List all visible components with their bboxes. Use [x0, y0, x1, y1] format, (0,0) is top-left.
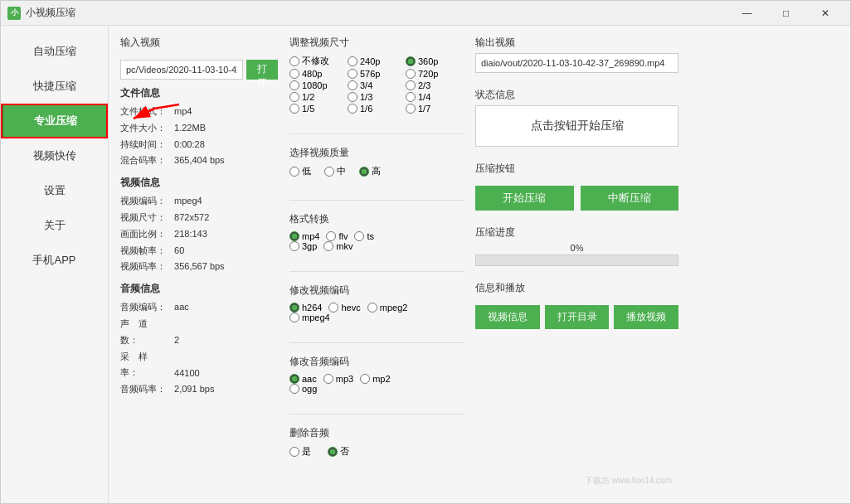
sidebar-item-settings[interactable]: 设置: [1, 173, 108, 208]
input-video-path[interactable]: [120, 60, 243, 80]
file-size-key: 文件大小：: [120, 120, 172, 137]
stop-compress-button[interactable]: 中断压缩: [581, 186, 679, 211]
size-option-360p[interactable]: 360p: [406, 55, 464, 67]
progress-percent: 0%: [475, 243, 678, 253]
video-info-button[interactable]: 视频信息: [475, 305, 540, 329]
output-video-section: 输出视频: [475, 36, 678, 73]
output-video-label: 输出视频: [475, 36, 678, 50]
format-flv[interactable]: flv: [326, 231, 348, 241]
format-ts[interactable]: ts: [354, 231, 374, 241]
audio-samplerate-key: 采 样 率：: [120, 349, 172, 382]
delete-audio-yes[interactable]: 是: [289, 445, 311, 458]
main-window: 小 小视频压缩 — □ ✕ 自动压缩 快捷压缩 专业压缩 视频快传 设置 关于 …: [0, 0, 851, 504]
video-fps-key: 视频帧率：: [120, 243, 172, 259]
app-icon: 小: [7, 7, 21, 20]
delete-audio-section: 删除音频 是 否: [289, 426, 464, 458]
file-info-label: 文件信息: [120, 86, 278, 100]
audio-samplerate-row: 采 样 率： 44100: [120, 349, 278, 382]
audio-codec-section-label: 修改音频编码: [289, 355, 464, 369]
delete-audio-label: 删除音频: [289, 426, 464, 440]
format-options-row2: 3gp mkv: [289, 241, 464, 251]
video-quality-options: 低 中 高: [289, 165, 464, 177]
close-button[interactable]: ✕: [806, 5, 844, 22]
file-format-key: 文件格式：: [120, 104, 172, 120]
size-option-480p[interactable]: 480p: [289, 69, 348, 79]
video-vbitrate-row: 视频码率： 356,567 bps: [120, 259, 278, 275]
size-option-240p[interactable]: 240p: [348, 55, 406, 67]
sidebar-item-quick[interactable]: 快捷压缩: [1, 69, 108, 104]
progress-bar-bg: [475, 254, 678, 266]
size-option-1-6[interactable]: 1/6: [348, 104, 406, 114]
acodec-aac[interactable]: aac: [289, 374, 317, 384]
size-option-576p[interactable]: 576p: [348, 69, 406, 79]
format-mp4[interactable]: mp4: [289, 231, 319, 241]
sidebar-item-auto[interactable]: 自动压缩: [1, 34, 108, 69]
file-size-row: 文件大小： 1.22MB: [120, 120, 278, 137]
audio-samplerate-value: 44100: [174, 367, 200, 377]
output-video-path[interactable]: [475, 53, 678, 73]
sidebar: 自动压缩 快捷压缩 专业压缩 视频快传 设置 关于 手机APP: [1, 26, 109, 503]
file-bitrate-value: 365,404 bps: [174, 155, 225, 165]
compress-buttons: 开始压缩 中断压缩: [475, 186, 678, 211]
size-option-1080p[interactable]: 1080p: [289, 80, 348, 90]
video-resolution-key: 视频尺寸：: [120, 210, 172, 226]
vcodec-mpeg4[interactable]: mpeg4: [289, 313, 330, 322]
size-option-1-5[interactable]: 1/5: [289, 104, 348, 114]
video-resolution-value: 872x572: [174, 212, 209, 222]
video-ratio-key: 画面比例：: [120, 226, 172, 243]
sidebar-item-about[interactable]: 关于: [1, 208, 108, 243]
video-size-options: 不修改 240p 360p 480p 576p 720p 1080p 3/4 2…: [289, 55, 464, 114]
size-option-2-3[interactable]: 2/3: [406, 80, 464, 90]
quality-high[interactable]: 高: [359, 165, 381, 177]
sidebar-item-upload[interactable]: 视频快传: [1, 138, 108, 173]
acodec-mp3[interactable]: mp3: [323, 374, 353, 384]
sidebar-item-mobile[interactable]: 手机APP: [1, 243, 108, 278]
acodec-mp2[interactable]: mp2: [360, 374, 390, 384]
file-info-section: 文件信息 文件格式： mp4 文件大小： 1.22MB 持续时间： 0:00:2…: [120, 86, 278, 169]
delete-audio-no[interactable]: 否: [328, 445, 349, 458]
minimize-button[interactable]: —: [728, 5, 766, 22]
audio-bitrate-row: 音频码率： 2,091 bps: [120, 381, 278, 398]
size-option-1-2[interactable]: 1/2: [289, 92, 348, 102]
maximize-button[interactable]: □: [767, 5, 805, 22]
sidebar-item-pro[interactable]: 专业压缩: [1, 104, 108, 138]
status-label: 状态信息: [475, 88, 678, 102]
audio-channels-key: 声 道 数：: [120, 316, 172, 349]
audio-codec-section: 修改音频编码 aac mp3 mp2 ogg: [289, 355, 464, 394]
video-codec-section-label: 修改视频编码: [289, 284, 464, 298]
audio-codec-options-row2: ogg: [289, 384, 464, 394]
size-option-1-3[interactable]: 1/3: [348, 92, 406, 102]
play-video-button[interactable]: 播放视频: [614, 305, 678, 329]
file-size-value: 1.22MB: [174, 123, 206, 133]
video-fps-row: 视频帧率： 60: [120, 243, 278, 259]
format-3gp[interactable]: 3gp: [289, 241, 317, 251]
size-option-1-7[interactable]: 1/7: [406, 104, 464, 114]
start-compress-button[interactable]: 开始压缩: [475, 186, 574, 211]
left-column: 输入视频 打开 文件信息 文件格式： mp4 文件大小： 1.22MB: [120, 36, 278, 493]
format-mkv[interactable]: mkv: [323, 241, 353, 251]
video-info-section: 视频信息 视频编码： mpeg4 视频尺寸： 872x572 画面比例： 218…: [120, 176, 278, 275]
size-option-1-4[interactable]: 1/4: [406, 92, 464, 102]
open-folder-button[interactable]: 打开目录: [545, 305, 610, 329]
vcodec-h264[interactable]: h264: [289, 303, 322, 313]
quality-low[interactable]: 低: [289, 165, 311, 177]
audio-bitrate-value: 2,091 bps: [174, 384, 214, 394]
audio-codec-options: aac mp3 mp2: [289, 374, 464, 384]
acodec-ogg[interactable]: ogg: [289, 384, 317, 394]
size-option-3-4[interactable]: 3/4: [348, 80, 406, 90]
vcodec-mpeg2[interactable]: mpeg2: [367, 303, 408, 313]
video-codec-options: h264 hevc mpeg2: [289, 303, 464, 313]
main-content: 自动压缩 快捷压缩 专业压缩 视频快传 设置 关于 手机APP: [1, 26, 850, 503]
audio-info-label: 音频信息: [120, 282, 278, 296]
vcodec-hevc[interactable]: hevc: [328, 303, 360, 313]
titlebar: 小 小视频压缩 — □ ✕: [1, 1, 850, 26]
size-option-720p[interactable]: 720p: [406, 69, 464, 79]
format-convert-label: 格式转换: [289, 212, 464, 226]
video-codec-section: 修改视频编码 h264 hevc mpeg2 mpeg4: [289, 284, 464, 322]
titlebar-title: 小视频压缩: [26, 6, 75, 20]
quality-mid[interactable]: 中: [324, 165, 346, 177]
video-resolution-row: 视频尺寸： 872x572: [120, 210, 278, 226]
open-file-button[interactable]: 打开: [246, 60, 278, 80]
size-option-no-change[interactable]: 不修改: [289, 55, 348, 67]
audio-codec-value: aac: [174, 302, 189, 312]
